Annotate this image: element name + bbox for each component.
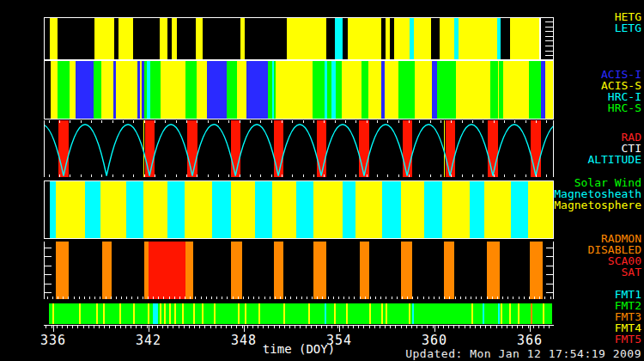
minor-tick bbox=[88, 326, 89, 328]
segment-cyan bbox=[126, 181, 143, 238]
minor-tick bbox=[279, 326, 280, 328]
segment-yellow bbox=[287, 18, 326, 59]
minor-tick bbox=[91, 174, 92, 177]
minor-tick bbox=[387, 174, 388, 177]
chandra-snapshot-timeline: HETGLETG ACIS-IACIS-SHRC-IHRC-S RADCTIAL… bbox=[0, 0, 644, 361]
minor-tick bbox=[52, 326, 52, 328]
minor-tick bbox=[247, 326, 248, 328]
minor-tick bbox=[153, 297, 154, 299]
minor-tick bbox=[218, 120, 219, 123]
segment-yellow bbox=[100, 181, 126, 238]
minor-tick bbox=[63, 297, 64, 299]
segment-green bbox=[58, 61, 70, 119]
segment-orange bbox=[56, 242, 69, 299]
segment-yellow bbox=[118, 18, 133, 59]
minor-tick bbox=[186, 120, 187, 123]
segment-orange bbox=[313, 242, 326, 299]
minor-tick bbox=[184, 326, 185, 328]
minor-tick bbox=[141, 326, 142, 328]
x-tick-label: 360 bbox=[409, 333, 460, 348]
minor-tick bbox=[300, 326, 301, 328]
segment-yellow bbox=[386, 18, 390, 59]
minor-tick bbox=[470, 326, 471, 328]
minor-tick bbox=[536, 174, 537, 177]
segment-green bbox=[398, 61, 415, 119]
segment-yellow bbox=[133, 303, 134, 324]
minor-tick bbox=[167, 326, 168, 328]
segment-yellow bbox=[415, 61, 432, 119]
minor-tick bbox=[539, 297, 540, 299]
legend-orbit: RADCTIALTITUDE bbox=[587, 132, 641, 166]
minor-tick bbox=[258, 297, 259, 299]
minor-tick bbox=[512, 326, 513, 328]
segment-yellow bbox=[51, 61, 58, 119]
minor-tick bbox=[285, 297, 286, 299]
minor-tick bbox=[475, 326, 476, 328]
minor-tick bbox=[74, 297, 75, 299]
minor-tick bbox=[268, 326, 269, 328]
minor-tick bbox=[546, 274, 553, 275]
minor-tick bbox=[165, 120, 166, 123]
segment-cyan bbox=[153, 303, 158, 324]
minor-tick bbox=[411, 326, 412, 328]
segment-orange bbox=[102, 242, 112, 299]
segment-yellow bbox=[196, 18, 203, 59]
segment-cyan bbox=[50, 181, 56, 238]
minor-tick bbox=[375, 297, 376, 299]
minor-tick bbox=[419, 174, 420, 177]
minor-tick bbox=[137, 297, 138, 299]
minor-tick bbox=[536, 120, 537, 123]
minor-tick bbox=[349, 297, 349, 299]
segment-yellow bbox=[160, 303, 161, 324]
minor-tick bbox=[439, 297, 440, 299]
minor-tick bbox=[173, 326, 173, 328]
minor-tick bbox=[163, 297, 164, 299]
segment-yellow bbox=[245, 303, 246, 324]
segment-orange bbox=[487, 242, 500, 299]
minor-tick bbox=[398, 120, 399, 123]
minor-tick bbox=[422, 326, 422, 328]
segment-yellow bbox=[197, 61, 207, 119]
segment-cyan bbox=[382, 181, 401, 238]
minor-tick bbox=[307, 297, 307, 299]
segment-orange bbox=[530, 242, 543, 299]
minor-tick bbox=[208, 174, 209, 177]
segment-cyan bbox=[498, 303, 499, 324]
minor-tick bbox=[46, 326, 46, 328]
minor-tick bbox=[545, 31, 553, 32]
minor-tick bbox=[316, 326, 317, 328]
band-grating bbox=[44, 17, 554, 60]
segment-green bbox=[361, 61, 368, 119]
minor-tick bbox=[546, 174, 547, 177]
legend-label-hrc-s: HRC-S bbox=[601, 103, 641, 114]
segment-yellow bbox=[185, 181, 212, 238]
minor-tick bbox=[462, 120, 463, 123]
major-tick bbox=[339, 326, 340, 332]
minor-tick bbox=[169, 297, 170, 299]
minor-tick bbox=[306, 326, 307, 328]
minor-tick bbox=[496, 326, 497, 328]
minor-tick bbox=[377, 120, 378, 123]
minor-tick bbox=[335, 120, 336, 123]
minor-tick bbox=[100, 297, 100, 299]
segment-yellow bbox=[409, 303, 410, 324]
segment-yellow bbox=[484, 181, 511, 238]
minor-tick bbox=[162, 326, 163, 328]
minor-tick bbox=[324, 174, 325, 177]
minor-tick bbox=[546, 284, 553, 285]
minor-tick bbox=[99, 326, 100, 328]
minor-tick bbox=[545, 40, 553, 41]
segment-yellow bbox=[440, 18, 454, 59]
minor-tick bbox=[534, 297, 535, 299]
minor-tick bbox=[526, 174, 526, 177]
minor-tick bbox=[390, 326, 391, 328]
minor-tick bbox=[360, 297, 361, 299]
minor-tick bbox=[354, 297, 355, 299]
minor-tick bbox=[451, 120, 452, 123]
minor-tick bbox=[186, 174, 187, 177]
minor-tick bbox=[211, 297, 212, 299]
minor-tick bbox=[460, 297, 461, 299]
minor-tick bbox=[387, 120, 388, 123]
minor-tick bbox=[253, 297, 254, 299]
minor-tick bbox=[264, 297, 265, 299]
